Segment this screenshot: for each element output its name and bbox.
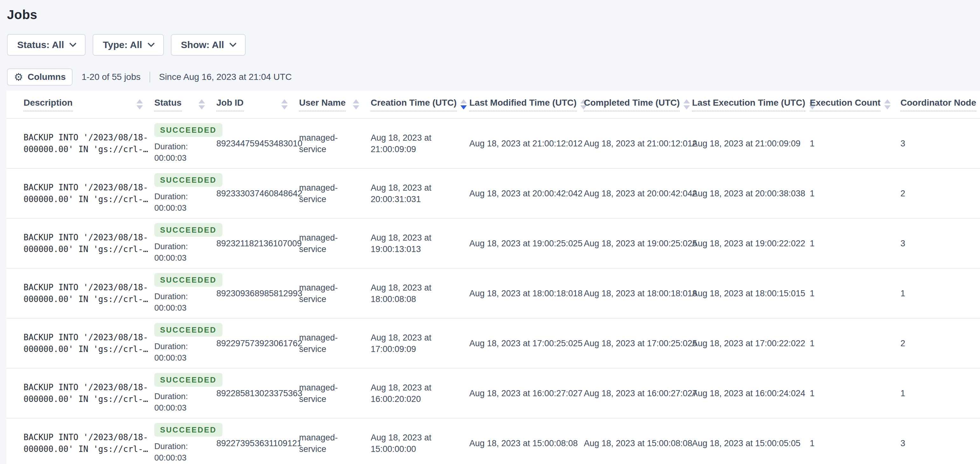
last-modified-time-cell: Aug 18, 2023 at 18:00:18:018 <box>469 288 584 299</box>
last-modified-time-cell: Aug 18, 2023 at 17:00:25:025 <box>469 338 584 349</box>
job-description-link[interactable]: BACKUP INTO '/2023/08/18- 000000.00' IN … <box>24 182 154 205</box>
column-header-last-execution-time[interactable]: Last Execution Time (UTC) <box>692 98 810 112</box>
job-description-link[interactable]: BACKUP INTO '/2023/08/18- 000000.00' IN … <box>24 282 154 305</box>
user-name-cell: managed-service <box>299 432 371 455</box>
gear-icon: ⚙ <box>14 72 23 82</box>
show-filter-label: Show: All <box>181 40 224 50</box>
sort-icon <box>137 99 143 110</box>
status-cell: SUCCEEDED Duration: 00:00:03 <box>154 173 216 214</box>
user-name-cell: managed-service <box>299 332 371 355</box>
duration-label: Duration: 00:00:03 <box>154 341 205 364</box>
duration-label: Duration: 00:00:03 <box>154 241 205 263</box>
job-id-cell: 892273953631109121 <box>216 438 299 449</box>
job-description-link[interactable]: BACKUP INTO '/2023/08/18- 000000.00' IN … <box>24 381 154 405</box>
last-execution-time-cell: Aug 18, 2023 at 19:00:22:022 <box>692 238 810 249</box>
column-header-user-name[interactable]: User Name <box>299 98 371 112</box>
sort-icon <box>353 99 359 110</box>
table-row: BACKUP INTO '/2023/08/18- 000000.00' IN … <box>6 418 980 464</box>
execution-count-cell: 1 <box>810 238 900 249</box>
status-cell: SUCCEEDED Duration: 00:00:03 <box>154 273 216 314</box>
table-row: BACKUP INTO '/2023/08/18- 000000.00' IN … <box>6 169 980 218</box>
duration-label: Duration: 00:00:03 <box>154 191 205 214</box>
job-id-cell: 892321182136107009 <box>216 238 299 249</box>
chevron-down-icon <box>229 40 237 47</box>
creation-time-cell: Aug 18, 2023 at 21:00:09:09 <box>371 132 469 155</box>
status-badge: SUCCEEDED <box>154 223 223 237</box>
coordinator-node-cell: 3 <box>900 138 980 149</box>
status-badge: SUCCEEDED <box>154 323 223 337</box>
since-timestamp-label: Since Aug 16, 2023 at 21:04 UTC <box>159 72 292 82</box>
creation-time-cell: Aug 18, 2023 at 16:00:20:020 <box>371 382 469 405</box>
status-cell: SUCCEEDED Duration: 00:00:03 <box>154 373 216 413</box>
completed-time-cell: Aug 18, 2023 at 19:00:25:025 <box>584 238 692 249</box>
duration-label: Duration: 00:00:03 <box>154 440 205 463</box>
status-cell: SUCCEEDED Duration: 00:00:03 <box>154 223 216 263</box>
completed-time-cell: Aug 18, 2023 at 16:00:27:027 <box>584 387 692 399</box>
column-header-status[interactable]: Status <box>154 98 216 112</box>
sort-icon <box>684 99 690 110</box>
column-header-description[interactable]: Description <box>24 98 154 112</box>
job-id-cell: 892297573923061762 <box>216 338 299 349</box>
execution-count-cell: 1 <box>810 288 900 299</box>
coordinator-node-cell: 3 <box>900 438 980 449</box>
sort-icon <box>281 99 288 110</box>
type-filter-dropdown[interactable]: Type: All <box>92 34 164 56</box>
status-filter-label: Status: All <box>17 40 64 50</box>
status-badge: SUCCEEDED <box>154 373 223 387</box>
column-header-execution-count[interactable]: Execution Count <box>810 98 900 112</box>
duration-label: Duration: 00:00:03 <box>154 290 205 314</box>
status-cell: SUCCEEDED Duration: 00:00:03 <box>154 423 216 463</box>
table-header-row: Description Status Job ID User Name Crea… <box>6 91 980 119</box>
divider <box>150 72 150 83</box>
completed-time-cell: Aug 18, 2023 at 21:00:12:012 <box>584 138 692 149</box>
jobs-table: Description Status Job ID User Name Crea… <box>6 91 980 464</box>
type-filter-label: Type: All <box>103 40 142 50</box>
job-id-cell: 892344759453483010 <box>216 138 299 149</box>
show-filter-dropdown[interactable]: Show: All <box>171 34 246 56</box>
page-title: Jobs <box>7 8 980 22</box>
jobs-count-label: 1-20 of 55 jobs <box>81 72 140 82</box>
execution-count-cell: 1 <box>810 338 900 349</box>
chevron-down-icon <box>147 40 154 47</box>
status-badge: SUCCEEDED <box>154 423 223 437</box>
column-header-creation-time[interactable]: Creation Time (UTC) <box>371 98 469 112</box>
completed-time-cell: Aug 18, 2023 at 20:00:42:042 <box>584 188 692 199</box>
table-row: BACKUP INTO '/2023/08/18- 000000.00' IN … <box>6 319 980 368</box>
user-name-cell: managed-service <box>299 132 371 155</box>
last-modified-time-cell: Aug 18, 2023 at 15:00:08:08 <box>469 438 584 449</box>
status-cell: SUCCEEDED Duration: 00:00:03 <box>154 123 216 164</box>
table-toolbar: ⚙ Columns 1-20 of 55 jobs Since Aug 16, … <box>7 69 980 86</box>
column-header-job-id[interactable]: Job ID <box>216 98 299 112</box>
table-row: BACKUP INTO '/2023/08/18- 000000.00' IN … <box>6 218 980 269</box>
job-description-link[interactable]: BACKUP INTO '/2023/08/18- 000000.00' IN … <box>24 132 154 155</box>
job-id-cell: 892285813023375363 <box>216 387 299 399</box>
column-header-coordinator-node[interactable]: Coordinator Node <box>900 98 980 112</box>
status-cell: SUCCEEDED Duration: 00:00:03 <box>154 323 216 364</box>
job-id-cell: 892309368985812993 <box>216 288 299 299</box>
completed-time-cell: Aug 18, 2023 at 15:00:08:08 <box>584 438 692 449</box>
duration-label: Duration: 00:00:03 <box>154 391 205 413</box>
page-header: Jobs Status: All Type: All Show: All ⚙ C… <box>0 0 980 86</box>
status-badge: SUCCEEDED <box>154 273 223 287</box>
status-filter-dropdown[interactable]: Status: All <box>7 34 86 56</box>
columns-button[interactable]: ⚙ Columns <box>7 69 73 86</box>
user-name-cell: managed-service <box>299 282 371 305</box>
creation-time-cell: Aug 18, 2023 at 19:00:13:013 <box>371 232 469 255</box>
job-description-link[interactable]: BACKUP INTO '/2023/08/18- 000000.00' IN … <box>24 232 154 255</box>
column-header-last-modified-time[interactable]: Last Modified Time (UTC) <box>469 98 584 112</box>
sort-icon <box>884 99 891 110</box>
last-modified-time-cell: Aug 18, 2023 at 19:00:25:025 <box>469 238 584 249</box>
table-row: BACKUP INTO '/2023/08/18- 000000.00' IN … <box>6 368 980 418</box>
job-description-link[interactable]: BACKUP INTO '/2023/08/18- 000000.00' IN … <box>24 332 154 355</box>
filter-bar: Status: All Type: All Show: All <box>7 34 980 56</box>
last-execution-time-cell: Aug 18, 2023 at 15:00:05:05 <box>692 438 810 449</box>
job-description-link[interactable]: BACKUP INTO '/2023/08/18- 000000.00' IN … <box>24 432 154 455</box>
table-row: BACKUP INTO '/2023/08/18- 000000.00' IN … <box>6 269 980 319</box>
last-execution-time-cell: Aug 18, 2023 at 21:00:09:09 <box>692 138 810 149</box>
user-name-cell: managed-service <box>299 382 371 405</box>
execution-count-cell: 1 <box>810 438 900 449</box>
column-header-completed-time[interactable]: Completed Time (UTC) <box>584 98 692 112</box>
creation-time-cell: Aug 18, 2023 at 17:00:09:09 <box>371 332 469 355</box>
user-name-cell: managed-service <box>299 182 371 205</box>
last-execution-time-cell: Aug 18, 2023 at 20:00:38:038 <box>692 188 810 199</box>
